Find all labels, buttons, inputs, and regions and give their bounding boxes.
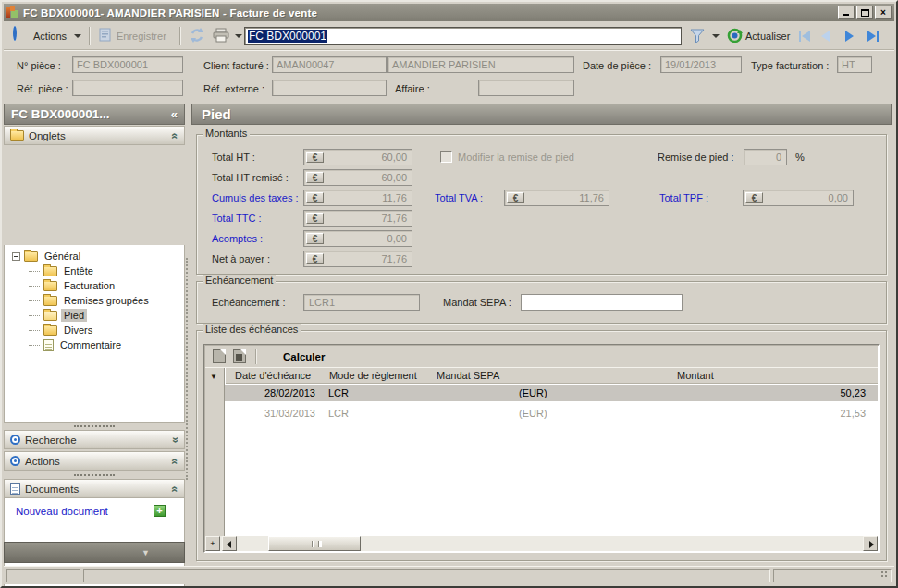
column-date-echeance[interactable]: Date d'échéance: [235, 370, 311, 381]
resize-grip[interactable]: [880, 570, 889, 579]
scroll-right-button[interactable]: [863, 536, 878, 551]
ref-piece-field[interactable]: [72, 80, 183, 96]
print-icon[interactable]: [213, 28, 229, 43]
echeancement-label: Echéancement :: [212, 297, 286, 308]
folder-icon: [43, 266, 57, 276]
tree-item-remises-groupees[interactable]: Remises groupées: [5, 293, 184, 308]
cumuls-taxes-link[interactable]: Cumuls des taxes :: [212, 192, 299, 203]
chevron-up-icon[interactable]: «: [169, 132, 182, 139]
chevron-up-icon[interactable]: «: [169, 485, 182, 492]
actualiser-button[interactable]: Actualiser: [745, 27, 790, 45]
mandat-sepa-field[interactable]: [521, 294, 683, 311]
tree-item-pied[interactable]: Pied: [5, 308, 184, 323]
tree-item-general[interactable]: Général: [5, 249, 184, 263]
echeance-row[interactable]: 31/03/2013 LCR (EUR) 21,53: [225, 405, 878, 422]
total-ttc-link[interactable]: Total TTC :: [212, 213, 262, 224]
panel-splitter[interactable]: [74, 474, 115, 476]
window-title: FC BDX000001- AMANDIER PARISIEN - Factur…: [23, 7, 838, 18]
minimize-button[interactable]: [838, 6, 855, 19]
main-toolbar: Actions Enregistrer FC BDX000001 Actuali…: [4, 21, 894, 50]
scroll-left-button[interactable]: [222, 536, 237, 551]
remise-de-pied-field[interactable]: 0: [744, 149, 787, 165]
tree-collapse-icon[interactable]: [12, 252, 20, 261]
client-code-field[interactable]: AMAN00047: [272, 56, 387, 73]
euro-button[interactable]: €: [306, 172, 324, 183]
panel-header-actions[interactable]: Actions «: [4, 451, 185, 471]
row-selector-caret-icon[interactable]: ▼: [210, 373, 217, 381]
scrollbar-track[interactable]: [237, 536, 878, 551]
modifier-remise-label: Modifier la remise de pied: [458, 152, 574, 163]
nav-last-button[interactable]: [867, 31, 879, 42]
euro-button[interactable]: €: [306, 192, 324, 203]
column-mode-reglement[interactable]: Mode de règlement: [329, 370, 417, 381]
title-bar[interactable]: FC BDX000001- AMANDIER PARISIEN - Factur…: [4, 4, 894, 21]
add-row-button[interactable]: +: [205, 536, 220, 551]
refresh-icon[interactable]: [189, 27, 205, 43]
copy-document-icon[interactable]: [213, 349, 226, 363]
paste-document-icon[interactable]: [233, 349, 246, 363]
folder-icon: [10, 130, 24, 141]
actions-target-icon: [10, 456, 20, 466]
close-button[interactable]: ×: [875, 6, 892, 19]
tree-item-entete[interactable]: Entête: [5, 263, 184, 278]
new-document-link[interactable]: Nouveau document: [16, 506, 108, 517]
tree-item-commentaire[interactable]: Commentaire: [5, 337, 184, 352]
sidebar-bottom-bar[interactable]: ▼: [4, 542, 185, 563]
tree-item-facturation[interactable]: Facturation: [5, 278, 184, 293]
date-piece-field[interactable]: 19/01/2013: [660, 56, 742, 73]
add-document-button[interactable]: +: [154, 505, 166, 517]
nav-next-button[interactable]: [845, 31, 854, 42]
type-facturation-field[interactable]: HT: [837, 56, 872, 73]
nav-previous-button[interactable]: [821, 31, 830, 42]
euro-button[interactable]: €: [745, 192, 763, 203]
save-button[interactable]: Enregistrer: [117, 27, 166, 45]
sidebar-header[interactable]: FC BDX000001... «: [4, 104, 185, 125]
tree-connector: [29, 330, 40, 331]
affaire-label: Affaire :: [395, 83, 430, 94]
maximize-button[interactable]: [856, 6, 873, 19]
sidebar: FC BDX000001... « Onglets « Général Entê…: [4, 101, 185, 565]
tree-connector: [29, 300, 40, 301]
total-tpf-link[interactable]: Total TPF :: [659, 192, 708, 203]
total-tva-link[interactable]: Total TVA :: [435, 192, 483, 203]
euro-button[interactable]: €: [306, 213, 324, 224]
modifier-remise-checkbox[interactable]: [440, 151, 452, 163]
filter-dropdown-icon[interactable]: [712, 34, 720, 38]
page-title-bar: Pied: [191, 104, 892, 125]
nav-first-button[interactable]: [799, 31, 810, 42]
actions-dropdown-icon[interactable]: [74, 34, 81, 38]
acomptes-link[interactable]: Acomptes :: [212, 233, 263, 244]
caret-down-icon[interactable]: ▼: [141, 548, 150, 557]
tree-item-divers[interactable]: Divers: [5, 323, 184, 337]
panel-header-onglets[interactable]: Onglets «: [4, 126, 185, 145]
affaire-field[interactable]: [478, 80, 574, 96]
euro-button[interactable]: €: [306, 253, 324, 264]
ref-externe-field[interactable]: [272, 80, 387, 96]
panel-header-recherche[interactable]: Recherche «: [4, 430, 185, 449]
actions-panel-label: Actions: [25, 456, 60, 467]
euro-button[interactable]: €: [507, 192, 524, 203]
client-name-field[interactable]: AMANDIER PARISIEN: [387, 56, 574, 73]
document-ref-input[interactable]: FC BDX000001: [244, 27, 682, 45]
actualiser-icon[interactable]: [727, 28, 743, 43]
chevron-down-icon[interactable]: «: [169, 436, 182, 443]
scrollbar-thumb[interactable]: [268, 536, 361, 551]
sidebar-splitter[interactable]: [186, 258, 191, 480]
column-mandat-sepa[interactable]: Mandat SEPA: [437, 370, 499, 381]
status-cell: [6, 569, 80, 582]
num-piece-field[interactable]: FC BDX000001: [72, 56, 183, 73]
print-dropdown-icon[interactable]: [235, 34, 242, 38]
column-montant[interactable]: Montant: [677, 370, 714, 381]
echeancement-field[interactable]: LCR1: [303, 294, 420, 311]
euro-button[interactable]: €: [306, 152, 324, 163]
panel-header-documents[interactable]: Documents «: [4, 479, 185, 498]
sidebar-collapse-icon[interactable]: «: [171, 107, 178, 121]
chevron-up-icon[interactable]: «: [169, 458, 182, 464]
calculer-button[interactable]: Calculer: [283, 351, 325, 362]
panel-splitter[interactable]: [74, 425, 115, 427]
actions-menu-button[interactable]: Actions: [33, 27, 67, 45]
horizontal-scrollbar: +: [205, 536, 878, 551]
euro-button[interactable]: €: [306, 233, 324, 244]
filter-icon[interactable]: [690, 29, 705, 43]
echeance-row[interactable]: 28/02/2013 LCR (EUR) 50,23: [225, 385, 878, 401]
